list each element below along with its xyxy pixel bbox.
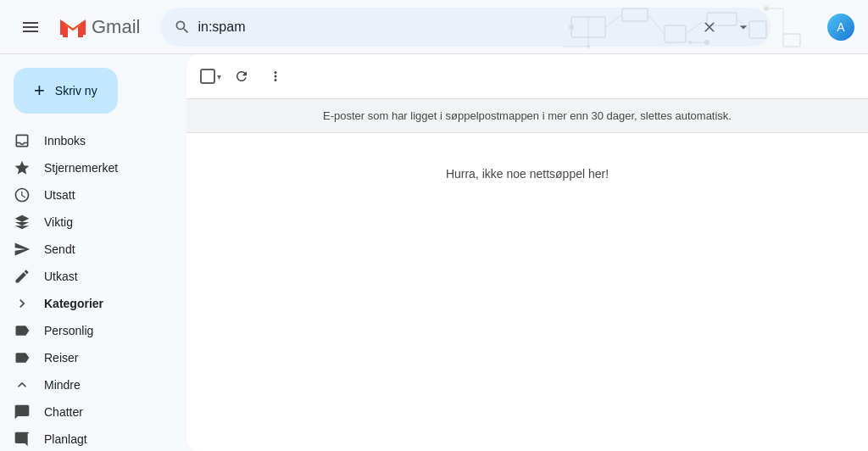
- compose-button[interactable]: + Skriv ny: [14, 68, 118, 114]
- refresh-icon: [234, 69, 249, 84]
- important-icon: [14, 214, 31, 231]
- sidebar-item-label-kategorier: Kategorier: [44, 297, 159, 310]
- sidebar-item-personlig[interactable]: Personlig: [0, 317, 173, 344]
- svg-rect-15: [783, 34, 800, 47]
- search-input[interactable]: [198, 19, 689, 35]
- compose-label: Skriv ny: [55, 84, 97, 97]
- expand-icon: [14, 295, 31, 312]
- close-icon: [701, 19, 718, 36]
- select-all-checkbox[interactable]: [200, 69, 215, 84]
- sidebar-item-label-utkast: Utkast: [44, 270, 159, 283]
- sidebar-item-kategorier[interactable]: Kategorier: [0, 290, 173, 317]
- more-vert-icon: [268, 69, 283, 84]
- collapse-icon: [14, 376, 31, 393]
- sidebar-item-label-chatter: Chatter: [44, 405, 159, 419]
- empty-state-text: Hurra, ikke noe nettsøppel her!: [446, 167, 609, 181]
- app-name: Gmail: [92, 16, 140, 38]
- select-checkbox-container: ▾: [200, 69, 223, 84]
- spam-notice: E-poster som har ligget i søppelpostmapp…: [186, 99, 868, 133]
- sidebar-item-planlagt[interactable]: Planlagt: [0, 426, 173, 451]
- sidebar-item-innboks[interactable]: Innboks: [0, 127, 173, 154]
- sidebar-item-stjernemerket[interactable]: Stjernemerket: [0, 154, 173, 181]
- sidebar-item-mindre[interactable]: Mindre: [0, 371, 173, 398]
- sidebar-item-utkast[interactable]: Utkast: [0, 263, 173, 290]
- send-icon: [14, 241, 31, 258]
- sidebar-item-label-stjernemerket: Stjernemerket: [44, 161, 159, 175]
- sidebar-item-sendt[interactable]: Sendt: [0, 236, 173, 263]
- sidebar-item-label-utsatt: Utsatt: [44, 188, 159, 202]
- star-icon: [14, 159, 31, 176]
- header: Gmail: [0, 0, 868, 54]
- svg-point-12: [764, 6, 769, 11]
- google-m-icon: [58, 12, 88, 42]
- sidebar-item-label-reiser: Reiser: [44, 351, 159, 365]
- header-actions: A: [827, 14, 854, 41]
- search-icon: [174, 19, 191, 36]
- toolbar: ▾: [186, 54, 868, 99]
- search-options-button[interactable]: [730, 14, 757, 41]
- search-input-area: [174, 19, 689, 36]
- body: + Skriv ny Innboks Stjernemerket Utsatt: [0, 54, 868, 451]
- search-clear-button[interactable]: [696, 14, 723, 41]
- sidebar-item-label-mindre: Mindre: [44, 378, 159, 392]
- sidebar-item-viktig[interactable]: Viktig: [0, 209, 173, 236]
- empty-state: Hurra, ikke noe nettsøppel her!: [186, 133, 868, 451]
- sidebar-item-label-personlig: Personlig: [44, 324, 159, 337]
- sidebar-item-label-innboks: Innboks: [44, 134, 159, 148]
- spam-notice-text: E-poster som har ligget i søppelpostmapp…: [323, 109, 732, 122]
- sidebar: + Skriv ny Innboks Stjernemerket Utsatt: [0, 54, 186, 451]
- sidebar-item-chatter[interactable]: Chatter: [0, 398, 173, 426]
- select-dropdown-chevron[interactable]: ▾: [215, 70, 223, 83]
- chat-icon: [14, 404, 31, 420]
- search-bar: [160, 8, 771, 47]
- compose-plus-icon: +: [34, 81, 45, 100]
- more-options-button[interactable]: [260, 61, 291, 92]
- avatar[interactable]: A: [827, 14, 854, 41]
- sidebar-item-label-planlagt: Planlagt: [44, 432, 159, 446]
- hamburger-icon: [23, 19, 38, 35]
- sidebar-item-label-sendt: Sendt: [44, 242, 159, 256]
- chevron-down-icon: [735, 19, 752, 36]
- hamburger-button[interactable]: [14, 10, 47, 44]
- refresh-button[interactable]: [226, 61, 257, 92]
- sidebar-item-label-viktig: Viktig: [44, 215, 159, 229]
- inbox-icon: [14, 132, 31, 149]
- main-content: ▾ E-poster som har ligget i søppelpostma…: [186, 54, 868, 451]
- draft-icon: [14, 268, 31, 285]
- label-personlig-icon: [14, 322, 31, 339]
- schedule-send-icon: [14, 431, 31, 448]
- gmail-logo[interactable]: Gmail: [58, 12, 140, 42]
- clock-icon: [14, 187, 31, 203]
- sidebar-item-utsatt[interactable]: Utsatt: [0, 181, 173, 209]
- sidebar-item-reiser[interactable]: Reiser: [0, 344, 173, 371]
- label-reiser-icon: [14, 349, 31, 366]
